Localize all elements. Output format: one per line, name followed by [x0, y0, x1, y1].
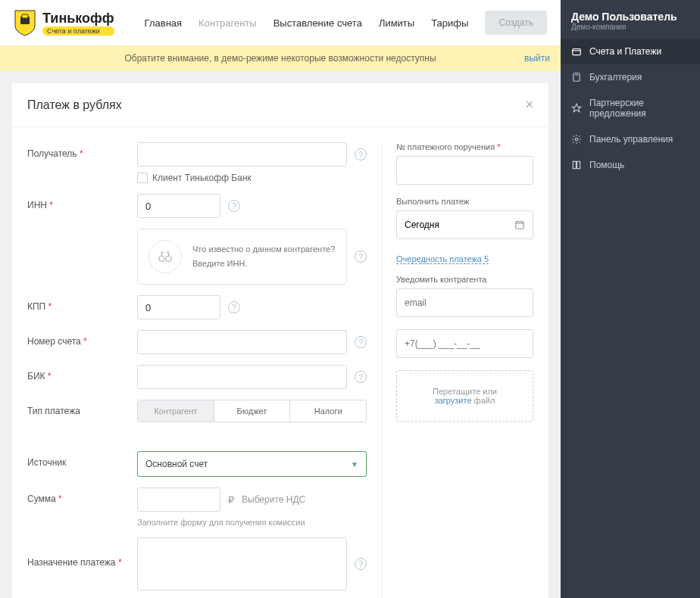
counterparty-info-box: Что известно о данном контрагенте? Введи… [137, 229, 347, 285]
order-no-label: № платежного поручения [396, 142, 495, 151]
source-select[interactable]: Основной счет ▼ [137, 451, 367, 477]
kpp-input[interactable] [137, 295, 220, 319]
bik-label: БИК [27, 371, 45, 382]
close-icon[interactable]: × [525, 97, 533, 113]
seg-counterparty[interactable]: Контрагент [138, 400, 214, 422]
sidebar-item-partners[interactable]: Партнерские предложения [561, 90, 700, 126]
order-no-input[interactable] [396, 156, 533, 185]
exec-date-picker[interactable]: Сегодня [396, 210, 533, 239]
sidebar-item-accounts[interactable]: Счета и Платежи [561, 39, 700, 64]
client-checkbox-label: Клиент Тинькофф Банк [152, 173, 252, 183]
nav-tariffs[interactable]: Тарифы [431, 17, 468, 29]
clipboard-icon [571, 72, 582, 83]
svg-point-7 [575, 138, 578, 141]
svg-rect-5 [573, 49, 581, 55]
svg-rect-1 [22, 14, 28, 18]
svg-rect-6 [573, 73, 580, 82]
dropzone-text2: файл [472, 396, 495, 405]
notify-email-input[interactable] [396, 288, 533, 317]
brand-tagline: Счета и платежи [42, 26, 114, 36]
dropzone-text1: Перетащите или [433, 387, 497, 396]
sidebar-item-help[interactable]: Помощь [561, 152, 700, 178]
seg-budget[interactable]: Бюджет [214, 400, 290, 422]
wallet-icon [571, 46, 582, 57]
ptype-label: Тип платежа [27, 406, 80, 416]
ruble-icon: ₽ [228, 494, 234, 506]
book-icon [571, 160, 582, 170]
create-button[interactable]: Создать [485, 11, 547, 35]
info-question: Что известно о данном контрагенте? [192, 244, 335, 255]
nav-counterparties[interactable]: Контрагенты [198, 17, 257, 29]
purpose-textarea[interactable] [137, 537, 347, 590]
file-dropzone[interactable]: Перетащите или загрузите файл [396, 370, 533, 422]
nav-home[interactable]: Главная [145, 17, 182, 29]
priority-link[interactable]: Очередность платежа 5 [396, 254, 489, 264]
help-icon[interactable]: ? [355, 371, 367, 383]
sidebar-item-dashboard[interactable]: Панель управления [561, 126, 700, 152]
app-header: Тинькофф Счета и платежи Главная Контраг… [0, 0, 561, 45]
recipient-input[interactable] [137, 142, 347, 167]
payment-type-segment: Контрагент Бюджет Налоги [137, 400, 367, 422]
star-icon [571, 103, 582, 114]
user-company: Демо-компания [571, 23, 689, 31]
gear-icon [571, 134, 582, 145]
source-value: Основной счет [145, 459, 208, 469]
user-name: Демо Пользователь [571, 11, 689, 23]
client-checkbox[interactable] [137, 173, 148, 183]
dropzone-upload-link[interactable]: загрузите [435, 396, 472, 405]
kpp-label: КПП [27, 301, 45, 312]
info-hint: Введите ИНН. [192, 258, 335, 269]
recipient-label: Получатель [27, 148, 77, 159]
logo[interactable]: Тинькофф Счета и платежи [14, 9, 114, 36]
svg-point-2 [159, 256, 164, 261]
chevron-down-icon: ▼ [351, 460, 358, 469]
vat-select[interactable]: Выберите НДС [242, 494, 305, 505]
svg-point-3 [166, 256, 171, 261]
notice-text: Обратите внимание, в демо-режиме некотор… [124, 53, 436, 64]
nav-limits[interactable]: Лимиты [379, 17, 414, 29]
sum-input[interactable] [137, 487, 220, 512]
account-label: Номер счета [27, 336, 81, 347]
svg-rect-4 [516, 222, 524, 229]
shield-icon [14, 9, 36, 36]
seg-taxes[interactable]: Налоги [289, 400, 366, 422]
binoculars-icon [148, 240, 182, 273]
card-title: Платеж в рублях [27, 98, 122, 112]
purpose-label: Назначение платежа [27, 557, 116, 568]
brand-name: Тинькофф [42, 11, 114, 26]
payment-card: Платеж в рублях × Получатель * ? Клиент … [12, 83, 548, 598]
help-icon[interactable]: ? [355, 148, 367, 160]
help-icon[interactable]: ? [228, 200, 240, 212]
sidebar-item-label: Партнерские предложения [589, 98, 689, 119]
inn-input[interactable] [137, 194, 220, 218]
bik-input[interactable] [137, 365, 347, 389]
notify-phone-input[interactable] [396, 329, 533, 358]
sidebar-item-label: Счета и Платежи [589, 46, 661, 57]
calendar-icon [514, 220, 525, 230]
help-icon[interactable]: ? [355, 251, 367, 263]
nav-invoicing[interactable]: Выставление счета [273, 17, 362, 29]
help-icon[interactable]: ? [355, 336, 367, 348]
main-nav: Главная Контрагенты Выставление счета Ли… [145, 17, 469, 29]
sidebar-item-accounting[interactable]: Бухгалтерия [561, 64, 700, 90]
demo-notice: Обратите внимание, в демо-режиме некотор… [0, 45, 561, 71]
exec-label: Выполнить платеж [396, 197, 533, 206]
sidebar-item-label: Помощь [589, 160, 624, 170]
exit-link[interactable]: выйти [524, 53, 550, 64]
sidebar-item-label: Бухгалтерия [589, 72, 642, 83]
right-sidebar: Демо Пользователь Демо-компания Счета и … [561, 0, 700, 598]
account-input[interactable] [137, 330, 347, 354]
sum-label: Сумма [27, 494, 56, 504]
help-icon[interactable]: ? [228, 301, 240, 313]
notify-label: Уведомить контрагента [396, 275, 533, 284]
source-label: Источник [27, 457, 66, 468]
sidebar-item-label: Панель управления [589, 134, 673, 145]
help-icon[interactable]: ? [355, 558, 367, 570]
exec-date-value: Сегодня [405, 220, 439, 230]
commission-hint: Заполните форму для получения комиссии [137, 518, 367, 527]
inn-label: ИНН [27, 200, 47, 210]
